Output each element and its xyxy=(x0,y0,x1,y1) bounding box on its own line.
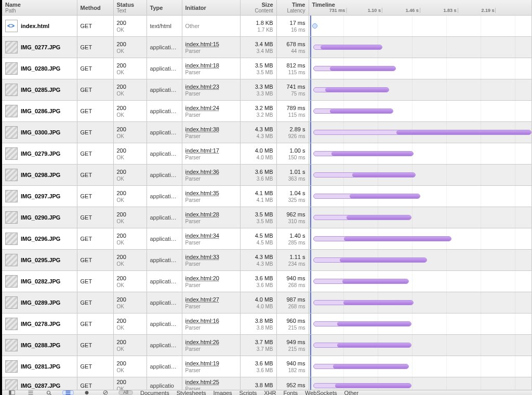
cell-name[interactable]: IMG_0285.JPG xyxy=(2,79,77,101)
table-row[interactable]: IMG_0280.JPGGET200OKapplicatio…index.htm… xyxy=(2,58,532,79)
cell-initiator[interactable]: index.html:23Parser xyxy=(182,79,240,101)
list-view-icon[interactable] xyxy=(62,390,74,395)
table-row[interactable]: IMG_0285.JPGGET200OKapplicatio…index.htm… xyxy=(2,79,532,101)
table-row[interactable]: IMG_0296.JPGGET200OKapplicatio…index.htm… xyxy=(2,228,532,250)
col-header-time[interactable]: Time Latency xyxy=(276,0,309,16)
cell-initiator[interactable]: index.html:33Parser xyxy=(182,250,240,271)
cell-name[interactable]: IMG_0297.JPG xyxy=(2,186,77,207)
cell-name[interactable]: IMG_0289.JPG xyxy=(2,292,77,314)
cell-name[interactable]: IMG_0300.JPG xyxy=(2,122,77,143)
table-row[interactable]: IMG_0290.JPGGET200OKapplicatio…index.htm… xyxy=(2,207,532,228)
table-row[interactable]: IMG_0281.JPGGET200OKapplicatio…index.htm… xyxy=(2,356,532,377)
initiator-link[interactable]: index.html:26 xyxy=(185,339,237,345)
col-header-size[interactable]: Size Content xyxy=(240,0,276,16)
filter-fonts[interactable]: Fonts xyxy=(283,390,298,395)
cell-size: 3.8 MB3.8 MB xyxy=(240,314,276,335)
filter-other[interactable]: Other xyxy=(344,390,359,395)
table-row[interactable]: IMG_0300.JPGGET200OKapplicatio…index.htm… xyxy=(2,122,532,143)
cell-name[interactable]: IMG_0287.JPG xyxy=(2,377,77,390)
cell-name[interactable]: IMG_0296.JPG xyxy=(2,228,77,250)
cell-name[interactable]: IMG_0280.JPG xyxy=(2,58,77,79)
cell-value: 200 xyxy=(117,339,143,345)
filter-links: DocumentsStylesheetsImagesScriptsXHRFont… xyxy=(140,390,366,395)
table-row[interactable]: index.htmlGET200OKtext/htmlOther1.8 KB1.… xyxy=(2,16,532,37)
filter-scripts[interactable]: Scripts xyxy=(240,390,257,395)
search-icon[interactable] xyxy=(44,390,55,395)
initiator-link[interactable]: index.html:19 xyxy=(185,360,237,366)
initiator-link[interactable]: index.html:38 xyxy=(185,126,237,132)
col-header-type[interactable]: Type xyxy=(147,0,182,16)
table-row[interactable]: IMG_0278.JPGGET200OKapplicatio…index.htm… xyxy=(2,314,532,335)
cell-name[interactable]: IMG_0288.JPG xyxy=(2,335,77,356)
initiator-link[interactable]: index.html:36 xyxy=(185,169,237,175)
network-table-scroll[interactable]: Name Path Method Status Text Type Initia… xyxy=(2,0,532,390)
table-row[interactable]: IMG_0287.JPGGET200OKapplicatioindex.html… xyxy=(2,377,532,390)
initiator-link[interactable]: index.html:33 xyxy=(185,254,237,260)
cell-initiator[interactable]: index.html:20Parser xyxy=(182,271,240,292)
filter-stylesheets[interactable]: Stylesheets xyxy=(177,390,206,395)
table-row[interactable]: IMG_0286.JPGGET200OKapplicatio…index.htm… xyxy=(2,101,532,122)
cell-name[interactable]: IMG_0295.JPG xyxy=(2,250,77,271)
dock-side-icon[interactable] xyxy=(6,390,18,395)
initiator-link[interactable]: index.html:24 xyxy=(185,105,237,111)
initiator-link[interactable]: index.html:23 xyxy=(185,84,237,90)
cell-initiator[interactable]: index.html:38Parser xyxy=(182,122,240,143)
cell-initiator[interactable]: index.html:18Parser xyxy=(182,58,240,79)
clear-icon[interactable] xyxy=(100,390,111,395)
table-row[interactable]: IMG_0295.JPGGET200OKapplicatio…index.htm… xyxy=(2,250,532,271)
cell-name[interactable]: index.html xyxy=(2,16,77,37)
filter-websockets[interactable]: WebSockets xyxy=(305,390,337,395)
table-row[interactable]: IMG_0289.JPGGET200OKapplicatio…index.htm… xyxy=(2,292,532,314)
record-icon[interactable] xyxy=(81,390,92,395)
table-row[interactable]: IMG_0298.JPGGET200OKapplicatio…index.htm… xyxy=(2,165,532,186)
initiator-link[interactable]: index.html:15 xyxy=(185,41,237,47)
initiator-link[interactable]: index.html:35 xyxy=(185,190,237,196)
cell-name[interactable]: IMG_0281.JPG xyxy=(2,356,77,377)
col-header-initiator[interactable]: Initiator xyxy=(182,0,240,16)
cell-initiator[interactable]: index.html:25Parser xyxy=(182,377,240,390)
cell-initiator[interactable]: index.html:34Parser xyxy=(182,228,240,250)
cell-initiator[interactable]: index.html:36Parser xyxy=(182,165,240,186)
cell-name[interactable]: IMG_0290.JPG xyxy=(2,207,77,228)
filter-images[interactable]: Images xyxy=(214,390,232,395)
filter-all-pill[interactable]: All xyxy=(118,390,133,395)
cell-name[interactable]: IMG_0298.JPG xyxy=(2,165,77,186)
initiator-link[interactable]: index.html:27 xyxy=(185,296,237,303)
cell-method: GET xyxy=(77,58,113,79)
col-header-status[interactable]: Status Text xyxy=(113,0,147,16)
col-header-timeline[interactable]: Timeline 731 ms1.10 s1.46 s1.83 s2.19 s xyxy=(309,0,532,16)
cell-initiator[interactable]: index.html:26Parser xyxy=(182,335,240,356)
cell-name[interactable]: IMG_0282.JPG xyxy=(2,271,77,292)
cell-name[interactable]: IMG_0286.JPG xyxy=(2,101,77,122)
initiator-link[interactable]: index.html:16 xyxy=(185,318,237,324)
table-row[interactable]: IMG_0277.JPGGET200OKapplicatio…index.htm… xyxy=(2,37,532,58)
cell-initiator[interactable]: index.html:19Parser xyxy=(182,356,240,377)
col-header-name[interactable]: Name Path xyxy=(2,0,77,16)
table-row[interactable]: IMG_0297.JPGGET200OKapplicatio…index.htm… xyxy=(2,186,532,207)
col-header-method[interactable]: Method xyxy=(77,0,113,16)
cell-initiator[interactable]: index.html:24Parser xyxy=(182,101,240,122)
initiator-link[interactable]: index.html:20 xyxy=(185,275,237,281)
table-row[interactable]: IMG_0288.JPGGET200OKapplicatio…index.htm… xyxy=(2,335,532,356)
cell-initiator[interactable]: index.html:15Parser xyxy=(182,37,240,58)
cell-name[interactable]: IMG_0277.JPG xyxy=(2,37,77,58)
filter-xhr[interactable]: XHR xyxy=(264,390,276,395)
cell-initiator[interactable]: index.html:17Parser xyxy=(182,143,240,165)
table-row[interactable]: IMG_0279.JPGGET200OKapplicatio…index.htm… xyxy=(2,143,532,165)
table-row[interactable]: IMG_0282.JPGGET200OKapplicatio…index.htm… xyxy=(2,271,532,292)
cell-size: 4.0 MB4.0 MB xyxy=(240,143,276,165)
cell-initiator[interactable]: index.html:16Parser xyxy=(182,314,240,335)
initiator-link[interactable]: index.html:28 xyxy=(185,211,237,217)
initiator-link[interactable]: index.html:34 xyxy=(185,233,237,239)
request-name: IMG_0279.JPG xyxy=(21,151,60,157)
cell-initiator[interactable]: index.html:35Parser xyxy=(182,186,240,207)
initiator-link[interactable]: index.html:17 xyxy=(185,147,237,154)
cell-name[interactable]: IMG_0279.JPG xyxy=(2,143,77,165)
initiator-link[interactable]: index.html:25 xyxy=(185,379,237,385)
cell-initiator[interactable]: index.html:27Parser xyxy=(182,292,240,314)
filter-documents[interactable]: Documents xyxy=(140,390,169,395)
cell-name[interactable]: IMG_0278.JPG xyxy=(2,314,77,335)
console-icon[interactable] xyxy=(25,390,36,395)
initiator-link[interactable]: index.html:18 xyxy=(185,62,237,69)
cell-initiator[interactable]: index.html:28Parser xyxy=(182,207,240,228)
